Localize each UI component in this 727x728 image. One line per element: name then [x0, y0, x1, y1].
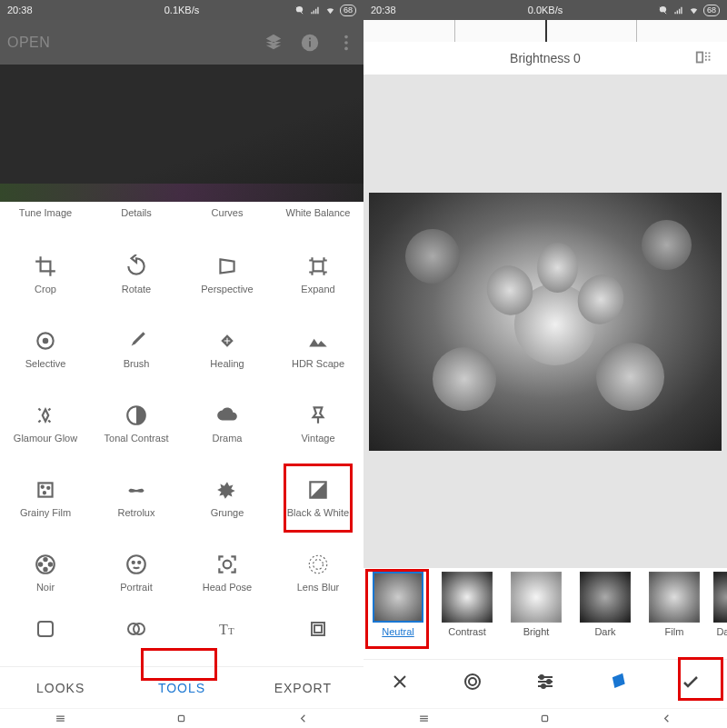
editor-actions [364, 659, 727, 703]
svg-rect-1 [309, 41, 311, 46]
preset-contrast[interactable]: Contrast [433, 572, 502, 637]
svg-point-4 [344, 41, 348, 45]
tab-export[interactable]: EXPORT [243, 681, 364, 695]
svg-point-3 [344, 35, 348, 38]
svg-point-12 [44, 493, 45, 494]
nav-back-icon[interactable] [296, 712, 310, 725]
brush-icon [124, 329, 148, 353]
frame-icon [307, 618, 329, 640]
signal-icon [309, 5, 321, 15]
image-canvas[interactable] [364, 75, 727, 568]
info-icon[interactable] [300, 33, 320, 53]
preset-strip[interactable]: Neutral Contrast Bright Dark Film Dark [364, 568, 727, 659]
preset-bright[interactable]: Bright [502, 572, 571, 637]
svg-point-36 [540, 675, 543, 679]
tool-details[interactable]: Details [91, 202, 182, 238]
tool-tonal-contrast[interactable]: Tonal Contrast [91, 387, 182, 462]
tool-drama[interactable]: Drama [182, 387, 273, 462]
compare-button[interactable] [694, 47, 714, 70]
tool-tune-image[interactable]: Tune Image [0, 202, 91, 238]
tool-perspective[interactable]: Perspective [182, 238, 273, 313]
status-speed: 0.1KB/s [164, 5, 200, 15]
status-icons: 68 [294, 5, 356, 16]
splatter-icon [215, 478, 239, 502]
tool-portrait[interactable]: Portrait [91, 536, 182, 611]
more-icon[interactable] [336, 33, 356, 53]
lens-icon [462, 671, 483, 693]
battery-icon: 68 [340, 5, 356, 16]
tool-noir[interactable]: Noir [0, 536, 91, 611]
tool-expand[interactable]: Expand [273, 238, 364, 313]
layers-icon[interactable] [264, 33, 284, 53]
brightness-label-row: Brightness 0 [364, 42, 727, 75]
tool-black-white[interactable]: Black & White [273, 462, 364, 536]
status-bar: 20:38 0.1KB/s 68 [0, 0, 364, 20]
color-filter-button[interactable] [436, 671, 509, 693]
tool-rotate[interactable]: Rotate [91, 238, 182, 313]
svg-point-35 [469, 678, 476, 685]
tool-hdr[interactable]: HDR Scape [273, 313, 364, 387]
pin-icon [306, 404, 330, 427]
status-bar: 20:38 0.0KB/s 68 [364, 0, 727, 20]
preset-neutral[interactable]: Neutral [364, 572, 433, 637]
nav-back-icon[interactable] [660, 712, 673, 725]
tool-white-balance[interactable]: White Balance [273, 202, 364, 238]
tool-curves[interactable]: Curves [182, 202, 273, 238]
preset-film[interactable]: Film [640, 572, 709, 637]
nav-recents-icon[interactable] [54, 712, 67, 725]
nav-recents-icon[interactable] [417, 712, 431, 725]
tool-head-pose[interactable]: Head Pose [182, 536, 273, 611]
tool-retrolux[interactable]: Retrolux [91, 462, 182, 536]
svg-point-19 [127, 556, 145, 574]
status-time: 20:38 [7, 5, 33, 15]
brightness-slider[interactable] [364, 20, 727, 42]
svg-rect-32 [179, 715, 184, 721]
open-button[interactable]: OPEN [7, 35, 50, 51]
target-icon [34, 329, 57, 353]
tool-vignette[interactable] [0, 611, 91, 647]
tab-tools[interactable]: TOOLS [121, 681, 242, 695]
blur-icon [306, 553, 330, 576]
tab-looks[interactable]: LOOKS [0, 681, 121, 695]
svg-point-17 [49, 563, 52, 566]
perspective-icon [215, 254, 239, 278]
dnd-icon [294, 5, 305, 15]
status-time: 20:38 [371, 5, 396, 15]
tool-lens-blur[interactable]: Lens Blur [273, 536, 364, 611]
tool-double-exposure[interactable] [91, 611, 182, 647]
tool-grunge[interactable]: Grunge [182, 462, 273, 536]
tool-healing[interactable]: Healing [182, 313, 273, 387]
apply-button[interactable] [654, 671, 727, 693]
tool-text[interactable]: TT [182, 611, 273, 647]
face-detect-icon [215, 553, 239, 576]
battery-icon: 68 [703, 5, 720, 16]
svg-point-22 [224, 561, 232, 569]
bandage-icon [215, 329, 239, 353]
tool-vintage[interactable]: Vintage [273, 387, 364, 462]
tool-grainy-film[interactable]: Grainy Film [0, 462, 91, 536]
preset-dark[interactable]: Dark [571, 572, 640, 637]
photo-preview-dimmed [0, 65, 364, 202]
tune-button[interactable] [509, 671, 582, 693]
tool-brush[interactable]: Brush [91, 313, 182, 387]
nav-home-icon[interactable] [538, 712, 552, 725]
tool-crop[interactable]: Crop [0, 238, 91, 313]
svg-point-34 [465, 674, 480, 689]
preset-darker[interactable]: Dark [709, 572, 727, 637]
status-icons: 68 [657, 5, 720, 16]
screen-bw-editor: 20:38 0.0KB/s 68 Brightness 0 [364, 0, 727, 728]
cancel-button[interactable] [364, 671, 436, 693]
mustache-icon [124, 478, 148, 502]
styles-button[interactable] [582, 671, 654, 693]
sliders-icon [534, 671, 556, 693]
rotate-icon [124, 254, 148, 278]
svg-point-7 [44, 339, 47, 343]
tool-glamour-glow[interactable]: Glamour Glow [0, 387, 91, 462]
tool-frames[interactable] [273, 611, 364, 647]
svg-point-11 [47, 487, 49, 489]
dnd-icon [657, 5, 669, 15]
svg-point-20 [133, 562, 134, 563]
nav-home-icon[interactable] [174, 712, 188, 725]
tool-selective[interactable]: Selective [0, 313, 91, 387]
bw-icon [306, 478, 330, 502]
